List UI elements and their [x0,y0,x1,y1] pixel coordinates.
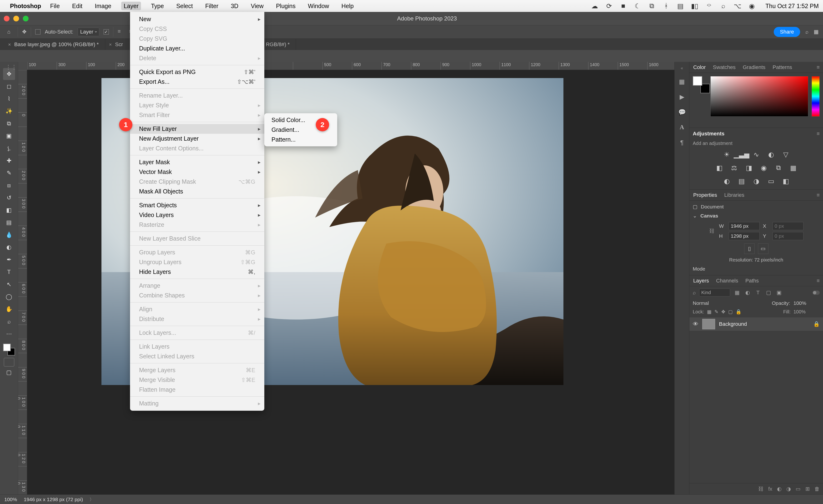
tool-lasso[interactable]: ⌇ [3,93,15,105]
window-close-button[interactable] [4,16,10,21]
fg-color-swatch[interactable] [693,76,702,86]
canvas-area[interactable]: 1003001002001000500600700800900100011001… [18,62,674,494]
tool-zoom[interactable]: ⌕ [3,315,15,327]
tab-color[interactable]: Color [693,63,706,72]
filter-shape-icon[interactable]: ▢ [765,289,772,296]
tool-edit-toolbar[interactable]: ⋯ [3,328,15,340]
panel-menu-icon[interactable]: ≡ [817,192,820,198]
status-bluetooth-icon[interactable]: ᚼ [662,2,670,10]
panel-menu-icon[interactable]: ≡ [817,278,820,284]
status-more-icon[interactable]: 〉 [90,497,94,502]
delete-layer-icon[interactable]: 🗑 [814,486,820,492]
status-wifi-icon[interactable]: ⌔ [705,2,713,10]
toolbar-grip[interactable]: ⋮⋮ [5,64,13,67]
tab-swatches[interactable]: Swatches [712,63,736,72]
menu-help[interactable]: Help [339,2,356,10]
orientation-landscape-icon[interactable]: ▭ [758,243,769,254]
layer-visibility-icon[interactable]: 👁 [693,321,698,327]
tool-marquee[interactable]: ◻ [3,80,15,92]
opacity-input[interactable]: 100% [794,300,820,306]
tool-history-brush[interactable]: ↺ [3,192,15,204]
adj-balance-icon[interactable]: ⚖ [729,163,739,173]
tool-healing[interactable]: ✚ [3,155,15,167]
adj-gradient-map-icon[interactable]: ▭ [766,176,776,186]
menu-item-vector-mask[interactable]: Vector Mask▸ [130,167,264,177]
fill-input[interactable]: 100% [794,309,820,315]
tab-close-icon[interactable]: × [109,42,112,47]
auto-select-checkbox[interactable] [35,29,40,34]
prop-width-input[interactable] [729,222,760,230]
new-group-icon[interactable]: ▭ [796,486,801,492]
workspace-switcher-icon[interactable]: ▦ [814,29,819,35]
tab-properties[interactable]: Properties [693,191,717,200]
tool-shape[interactable]: ◯ [3,291,15,303]
status-cc-icon[interactable]: ▤ [676,2,684,10]
menu-file[interactable]: File [48,2,62,10]
foreground-color-swatch[interactable] [3,343,11,351]
blend-mode-select[interactable]: Normal [693,300,733,306]
tool-hand[interactable]: ✋ [3,303,15,315]
filter-toggle[interactable] [813,290,820,295]
status-dnd-icon[interactable]: ☾ [633,2,642,10]
show-transform-checkbox[interactable] [104,29,109,34]
status-share-icon[interactable]: ⧉ [648,2,656,10]
adj-posterize-icon[interactable]: ▤ [736,176,747,186]
tool-brush[interactable]: ✎ [3,167,15,179]
color-field-picker[interactable] [710,76,808,116]
tab-libraries[interactable]: Libraries [724,191,745,200]
menu-filter[interactable]: Filter [203,2,221,10]
menu-layer[interactable]: Layer [121,2,141,10]
ruler-origin[interactable] [18,62,27,70]
lock-icon[interactable]: 🔒 [735,309,742,315]
panel-menu-icon[interactable]: ≡ [817,64,820,70]
align-icon[interactable]: ≡ [118,28,125,35]
status-facetime-icon[interactable]: ■ [619,2,627,10]
menu-window[interactable]: Window [306,2,331,10]
disclosure-icon[interactable]: ⌄ [693,213,697,219]
menu-item-hide-layers[interactable]: Hide Layers⌘, [130,267,264,277]
tab-channels[interactable]: Channels [715,276,739,285]
tab-patterns[interactable]: Patterns [772,63,793,72]
adj-invert-icon[interactable]: ◐ [722,176,732,186]
layer-fx-icon[interactable]: fx [768,486,772,492]
tool-type[interactable]: T [3,266,15,278]
auto-select-target-select[interactable]: Layer [77,28,99,36]
lock-all-icon[interactable]: ▦ [707,309,711,315]
document-tab[interactable]: × Base layer.jpeg @ 100% (RGB/8#) * [4,39,105,50]
character-panel-icon[interactable]: A [678,123,686,132]
menu-view[interactable]: View [249,2,266,10]
adj-channel-mixer-icon[interactable]: ⧉ [774,163,784,173]
search-icon[interactable]: ⌕ [805,29,809,35]
menu-item-quick-export-as-png[interactable]: Quick Export as PNG⇧⌘' [130,67,264,77]
adj-bw-icon[interactable]: ◨ [744,163,754,173]
menu-edit[interactable]: Edit [70,2,85,10]
layer-name[interactable]: Background [719,321,809,327]
submenu-item-pattern[interactable]: Pattern... [264,135,337,145]
orientation-portrait-icon[interactable]: ▯ [744,243,755,254]
new-layer-icon[interactable]: ⊞ [805,486,810,492]
filter-smart-icon[interactable]: ▣ [775,289,783,296]
hue-strip[interactable] [812,76,820,116]
tool-crop[interactable]: ⧉ [3,117,15,130]
histogram-panel-icon[interactable]: ▦ [678,77,686,86]
layer-lock-icon[interactable]: 🔒 [813,321,820,327]
tool-gradient[interactable]: ▤ [3,217,15,228]
filter-adjust-icon[interactable]: ◐ [744,289,751,296]
lock-pixels-icon[interactable]: ✎ [714,309,718,315]
menu-item-new-fill-layer[interactable]: New Fill Layer▸ [130,124,264,134]
tool-magic-wand[interactable]: ✨ [3,105,15,117]
menu-item-new-adjustment-layer[interactable]: New Adjustment Layer▸ [130,134,264,144]
menu-item-new[interactable]: New▸ [130,14,264,24]
layer-filter-kind-select[interactable] [699,289,730,296]
foreground-background-swatch[interactable] [3,343,15,355]
menu-image[interactable]: Image [93,2,114,10]
adj-color-lookup-icon[interactable]: ▦ [788,163,798,173]
window-zoom-button[interactable] [23,16,29,21]
menu-select[interactable]: Select [174,2,195,10]
adj-photo-filter-icon[interactable]: ◉ [759,163,769,173]
menu-item-smart-objects[interactable]: Smart Objects▸ [130,200,264,210]
new-fill-adj-icon[interactable]: ◑ [786,486,791,492]
color-swatch-pair[interactable] [693,76,707,90]
filter-search-icon[interactable]: ⌕ [693,290,696,296]
adj-brightness-icon[interactable]: ☀ [722,150,732,160]
